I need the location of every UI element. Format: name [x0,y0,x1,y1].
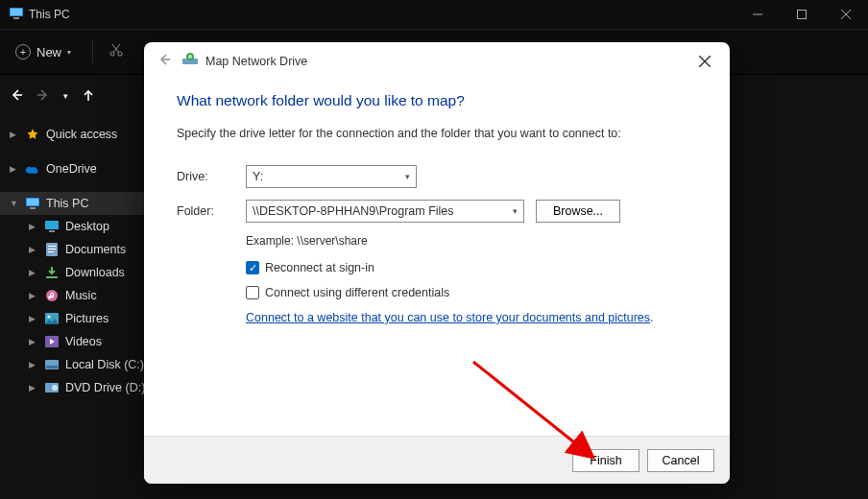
star-icon [25,127,40,142]
svg-rect-4 [798,11,807,19]
pictures-icon [44,311,60,326]
checkbox-checked-icon: ✓ [246,261,259,274]
sidebar-item-onedrive[interactable]: ▶ OneDrive [0,157,154,180]
titlebar: This PC [0,0,868,29]
svg-rect-2 [13,17,19,19]
finish-button[interactable]: Finish [572,449,639,472]
svg-rect-17 [45,221,59,229]
drive-value: Y: [253,170,263,183]
chevron-right-icon: ▶ [29,314,38,323]
nav-back-button[interactable] [10,88,23,105]
dialog-body: What network folder would you like to ma… [144,81,730,436]
new-label: New [36,45,61,59]
svg-point-26 [48,316,51,319]
chevron-right-icon: ▶ [10,130,19,139]
dialog-subtext: Specify the drive letter for the connect… [177,127,697,140]
drive-combobox[interactable]: Y: ▾ [246,165,417,188]
sidebar-item-downloads[interactable]: ▶ Downloads [0,261,154,284]
sidebar-item-label: Quick access [46,128,117,141]
cancel-button[interactable]: Cancel [647,449,714,472]
dvd-icon [44,380,60,395]
chevron-down-icon: ▼ [10,199,19,208]
reconnect-checkbox-row[interactable]: ✓ Reconnect at sign-in [246,261,697,274]
chevron-right-icon: ▶ [29,337,38,346]
maximize-button[interactable] [780,0,824,29]
svg-rect-21 [48,249,56,250]
svg-rect-16 [30,207,36,209]
sidebar-item-documents[interactable]: ▶ Documents [0,238,154,261]
documents-icon [44,242,60,257]
credentials-checkbox-row[interactable]: Connect using different credentials [246,286,697,299]
svg-rect-22 [48,251,54,252]
sidebar-item-label: This PC [46,197,88,210]
sidebar-item-this-pc[interactable]: ▼ This PC [0,192,154,215]
music-icon [44,288,60,303]
svg-point-35 [188,55,192,59]
separator [92,40,93,63]
connect-website-link[interactable]: Connect to a website that you can use to… [246,311,650,324]
cloud-icon [25,161,40,177]
checkbox-unchecked-icon [246,286,259,299]
sidebar-item-label: Pictures [65,312,108,325]
sidebar-item-label: Local Disk (C:) [65,358,144,371]
chevron-down-icon: ▾ [513,206,518,216]
reconnect-label: Reconnect at sign-in [265,261,374,274]
window-title: This PC [29,8,70,21]
map-network-drive-dialog: Map Network Drive What network folder wo… [144,42,730,484]
dialog-footer: Finish Cancel [144,436,730,484]
chevron-right-icon: ▶ [29,245,38,254]
nav-forward-button[interactable] [36,88,50,105]
example-text: Example: \\server\share [246,234,697,248]
browse-button[interactable]: Browse... [536,200,620,223]
dialog-heading: What network folder would you like to ma… [177,92,697,109]
downloads-icon [44,265,60,280]
chevron-right-icon: ▶ [29,291,38,300]
folder-combobox[interactable]: \\DESKTOP-8PHHAN9\Program Files ▾ [246,200,524,223]
close-button[interactable] [824,0,868,29]
sidebar-item-videos[interactable]: ▶ Videos [0,330,154,353]
cut-icon[interactable] [108,42,124,61]
sidebar-item-desktop[interactable]: ▶ Desktop [0,215,154,238]
sidebar: ▶ Quick access ▶ OneDrive ▼ This PC ▶ De… [0,117,154,499]
chevron-down-icon: ▾ [67,48,71,57]
sidebar-item-quick-access[interactable]: ▶ Quick access [0,123,154,146]
svg-rect-18 [49,230,55,232]
plus-icon: + [15,44,31,59]
this-pc-icon [25,196,40,211]
videos-icon [44,334,60,349]
chevron-right-icon: ▶ [29,360,38,369]
network-drive-icon [182,53,198,70]
svg-rect-29 [46,366,58,368]
folder-label: Folder: [177,204,246,218]
sidebar-item-music[interactable]: ▶ Music [0,284,154,307]
sidebar-item-dvd[interactable]: ▶ DVD Drive (D:) [0,376,154,399]
svg-rect-15 [27,199,38,205]
sidebar-item-label: DVD Drive (D:) [65,381,145,394]
svg-rect-20 [48,246,56,247]
credentials-label: Connect using different credentials [265,286,449,299]
new-button[interactable]: + New ▾ [10,40,77,63]
sidebar-item-label: OneDrive [46,162,97,176]
svg-point-31 [52,385,58,391]
folder-row: Folder: \\DESKTOP-8PHHAN9\Program Files … [177,200,697,223]
minimize-button[interactable] [735,0,780,29]
chevron-right-icon: ▶ [29,268,38,277]
drive-icon [44,357,60,372]
sidebar-item-label: Downloads [65,266,125,279]
desktop-icon [44,219,60,234]
svg-rect-23 [46,276,58,278]
dialog-header: Map Network Drive [144,42,730,81]
nav-history-button[interactable]: ▾ [63,91,68,101]
dialog-title: Map Network Drive [205,55,307,68]
nav-up-button[interactable] [82,88,95,105]
dialog-close-button[interactable] [693,50,716,74]
sidebar-item-local-disk[interactable]: ▶ Local Disk (C:) [0,353,154,376]
this-pc-icon [10,8,23,22]
dialog-back-button[interactable] [157,53,171,70]
chevron-right-icon: ▶ [29,383,38,392]
sidebar-item-pictures[interactable]: ▶ Pictures [0,307,154,330]
drive-row: Drive: Y: ▾ [177,165,697,188]
chevron-right-icon: ▶ [29,222,38,231]
chevron-right-icon: ▶ [10,164,19,174]
svg-rect-1 [11,9,22,15]
